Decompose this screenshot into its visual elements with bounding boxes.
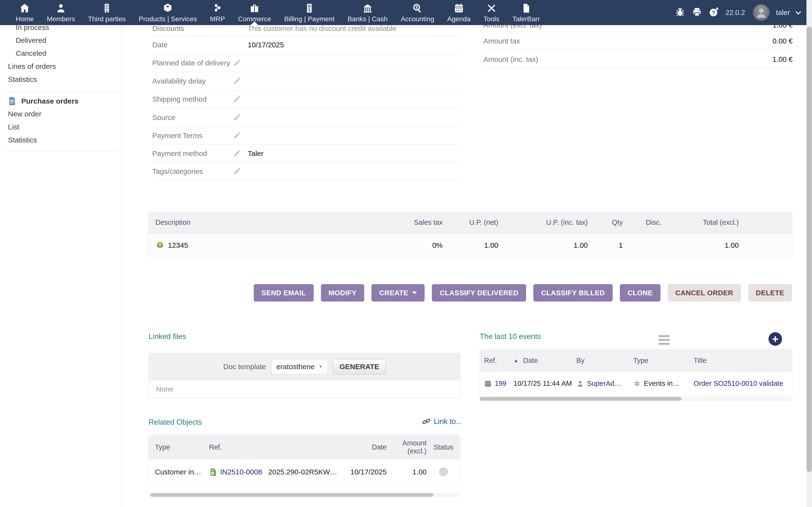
create-button[interactable]: CREATE — [371, 284, 424, 301]
event-title-link[interactable]: Order SO2510-0010 validate — [694, 380, 783, 388]
add-event-button[interactable]: + — [768, 332, 782, 346]
date-value: 10/17/2025 — [248, 41, 460, 49]
events-table: Ref. ▲Date By Type Title 199 10/17/25 11… — [480, 350, 792, 395]
classify-delivered-button[interactable]: CLASSIFY DELIVERED — [432, 284, 526, 301]
nav-tools[interactable]: Tools — [477, 0, 506, 25]
edit-pencil-icon[interactable] — [233, 131, 241, 140]
edit-pencil-icon[interactable] — [233, 113, 241, 122]
scrollbar-thumb[interactable] — [807, 26, 812, 472]
bug-report-icon[interactable] — [675, 7, 686, 18]
field-row-payment-method: Payment method Taler — [152, 145, 460, 163]
sidebar-item-delivered[interactable]: Delivered — [16, 36, 46, 44]
events-title: The last 10 events — [480, 332, 541, 341]
navbar-right-cluster: ? 22.0.2 taler — [675, 4, 812, 21]
event-user-link[interactable]: SuperAd… — [587, 380, 621, 388]
commerce-icon — [249, 2, 260, 14]
linked-files-header: Doc template eratosthene ▼ GENERATE — [149, 353, 460, 380]
billing-icon: $ — [304, 2, 315, 14]
edit-pencil-icon[interactable] — [233, 167, 241, 175]
agenda-icon — [453, 2, 464, 14]
delete-button[interactable]: DELETE — [748, 284, 792, 301]
svg-text:$: $ — [416, 5, 418, 9]
chevron-down-icon[interactable] — [795, 9, 801, 14]
linked-files-title: Linked files — [149, 332, 186, 341]
page-vertical-scrollbar[interactable] — [806, 0, 812, 507]
svg-text:$: $ — [212, 472, 213, 475]
event-row: 199 10/17/25 11:44 AM SuperAd… Events in… — [480, 371, 792, 395]
link-to-action[interactable]: Link to... — [422, 417, 462, 426]
event-date: 10/17/25 11:44 AM — [514, 380, 576, 388]
sidebar-section-purchase-orders[interactable]: Purchase orders — [7, 96, 79, 107]
events-sort-date[interactable]: ▲Date — [514, 356, 576, 364]
action-buttons-bar: SEND EMAIL MODIFY CREATE CLASSIFY DELIVE… — [149, 284, 792, 301]
nav-banks-cash[interactable]: Banks | Cash — [341, 0, 394, 25]
related-horizontal-scrollbar[interactable] — [149, 493, 460, 497]
home-icon — [19, 2, 30, 14]
sidebar-item-lines-of-orders[interactable]: Lines of orders — [8, 62, 56, 70]
top-navbar: Home Members Third parties Products | Se… — [0, 0, 812, 25]
related-ref-link[interactable]: IN2510-0008 — [220, 468, 262, 476]
sidebar-item-new-order[interactable]: New order — [8, 110, 41, 118]
modify-button[interactable]: MODIFY — [321, 284, 364, 301]
events-header: Ref. ▲Date By Type Title — [480, 350, 792, 371]
edit-pencil-icon[interactable] — [233, 95, 241, 103]
classify-billed-button[interactable]: CLASSIFY BILLED — [534, 284, 612, 301]
nav-commerce[interactable]: Commerce — [232, 0, 278, 25]
svg-text:$: $ — [308, 8, 310, 12]
field-row-planned-delivery: Planned date of delivery — [152, 54, 460, 72]
nav-talerbarr[interactable]: TalerBarr — [506, 0, 546, 25]
event-calendar-icon — [484, 380, 492, 388]
product-ref-link[interactable]: 12345 — [168, 241, 188, 249]
order-lines-table: Description Sales tax U.P. (net) U.P. (i… — [149, 212, 792, 258]
sidebar-item-statistics[interactable]: Statistics — [8, 75, 37, 83]
active-tab-indicator — [251, 21, 258, 25]
sidebar-item-list[interactable]: List — [8, 123, 19, 131]
nav-products-services[interactable]: Products | Services — [132, 0, 203, 25]
user-avatar[interactable] — [753, 4, 770, 21]
nav-members[interactable]: Members — [40, 0, 82, 25]
nav-home[interactable]: Home — [9, 0, 40, 25]
field-row-tags-categories: Tags/categories — [152, 163, 460, 181]
edit-pencil-icon[interactable] — [233, 59, 241, 67]
related-amount: 1.00 — [387, 468, 426, 476]
related-external-ref: 2025.290-02R5KW… — [268, 468, 344, 476]
total-row-amount-tax: Amount tax 0.00 € — [483, 32, 793, 50]
nav-billing-payment[interactable]: $ Billing | Payment — [278, 0, 341, 25]
doc-template-select[interactable]: eratosthene ▼ — [271, 359, 328, 375]
dolibarr-order-page: Home Members Third parties Products | Se… — [0, 0, 812, 507]
event-ref-link[interactable]: 199 — [495, 380, 506, 388]
talerbarr-icon — [520, 2, 532, 14]
related-objects-table: Type Ref. Date Amount(excl.) Status Cust… — [149, 435, 460, 485]
nav-accounting[interactable]: $ Accounting — [394, 0, 441, 25]
order-fields: Discounts This customer has no discount … — [152, 14, 460, 181]
username-label[interactable]: taler — [776, 8, 790, 17]
related-date: 10/17/2025 — [344, 468, 387, 476]
order-line-row: 12345 0% 1.00 1.00 1 1.00 — [149, 233, 792, 258]
discounts-value: This customer has no discount credit ava… — [248, 24, 460, 33]
event-user-icon — [576, 380, 584, 388]
field-row-payment-terms: Payment Terms — [152, 127, 460, 145]
sidebar-item-po-statistics[interactable]: Statistics — [8, 136, 37, 144]
linked-files-panel: Doc template eratosthene ▼ GENERATE None — [149, 353, 460, 398]
nav-third-parties[interactable]: Third parties — [82, 0, 132, 25]
sidebar-item-canceled[interactable]: Canceled — [16, 49, 46, 57]
send-email-button[interactable]: SEND EMAIL — [254, 284, 314, 301]
related-type: Customer in… — [149, 468, 209, 476]
field-row-source: Source — [152, 108, 460, 127]
print-icon[interactable] — [692, 7, 702, 18]
sort-asc-icon: ▲ — [514, 358, 518, 363]
edit-pencil-icon[interactable] — [233, 77, 241, 85]
members-icon — [55, 2, 66, 14]
svg-text:?: ? — [712, 9, 715, 16]
cancel-order-button[interactable]: CANCEL ORDER — [668, 284, 741, 301]
help-icon[interactable]: ? — [709, 7, 719, 18]
events-menu-icon[interactable] — [659, 335, 670, 345]
clone-button[interactable]: CLONE — [620, 284, 660, 301]
related-object-row: Customer in… $ IN2510-0008 2025.290-02R5… — [149, 459, 460, 485]
nav-agenda[interactable]: Agenda — [441, 0, 477, 25]
bank-icon — [362, 2, 373, 14]
nav-mrp[interactable]: MRP — [203, 0, 232, 25]
generate-button[interactable]: GENERATE — [333, 359, 386, 375]
edit-pencil-icon[interactable] — [233, 150, 241, 158]
events-horizontal-scrollbar[interactable] — [480, 397, 792, 401]
